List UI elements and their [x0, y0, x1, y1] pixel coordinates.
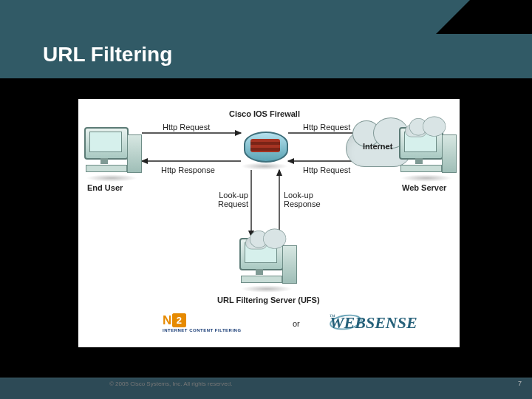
stand-icon [415, 158, 423, 164]
slide-title: URL Filtering [43, 43, 172, 66]
keyboard-icon [86, 165, 127, 172]
shadow-icon [86, 174, 137, 182]
title-bar-notch [436, 0, 470, 34]
title-bar [0, 0, 436, 34]
computer-icon [84, 127, 142, 179]
flow-label: Http Response [161, 166, 215, 174]
firewall-label: Cisco IOS Firewall [229, 109, 300, 118]
websense-tm: ™ [330, 313, 335, 320]
n2h2-logo: N2H2 [163, 313, 172, 328]
footer-band [0, 378, 532, 399]
end-user-label: End User [87, 183, 123, 192]
web-server-label: Web Server [402, 183, 446, 192]
websense-text: WEBSENSE [330, 313, 417, 332]
shadow-icon [241, 285, 293, 293]
internet-label: Internet [363, 142, 392, 151]
shadow-icon [241, 163, 288, 170]
stand-icon [256, 269, 263, 275]
keyboard-icon [241, 276, 282, 283]
shadow-icon [400, 174, 452, 182]
slide: URL Filtering Cisco I [0, 0, 532, 399]
tower-icon [442, 134, 457, 173]
flow-label: Http Request [163, 123, 210, 132]
tower-icon [127, 134, 142, 173]
flow-label: Http Request [303, 123, 350, 132]
copyright: © 2005 Cisco Systems, Inc. All rights re… [109, 381, 232, 387]
flow-label: Look-up Request [213, 191, 248, 208]
firewall-brick-icon [250, 139, 280, 152]
screen-icon [89, 132, 122, 152]
flow-label: Look-up Response [284, 191, 321, 208]
diagram: Cisco IOS Firewall Internet End User Web… [78, 99, 460, 347]
flow-label: Http Request [303, 166, 350, 174]
cloud-icon [405, 125, 427, 137]
cloud-icon [245, 237, 267, 250]
firewall-icon [244, 132, 288, 163]
tower-icon [282, 245, 297, 284]
stand-icon [100, 158, 108, 164]
n2h2-tagline: INTERNET CONTENT FILTERING [163, 328, 242, 332]
keyboard-icon [400, 165, 442, 172]
page-number: 7 [518, 380, 522, 387]
or-label: or [293, 319, 300, 328]
ufs-label: URL Filtering Server (UFS) [217, 296, 320, 304]
